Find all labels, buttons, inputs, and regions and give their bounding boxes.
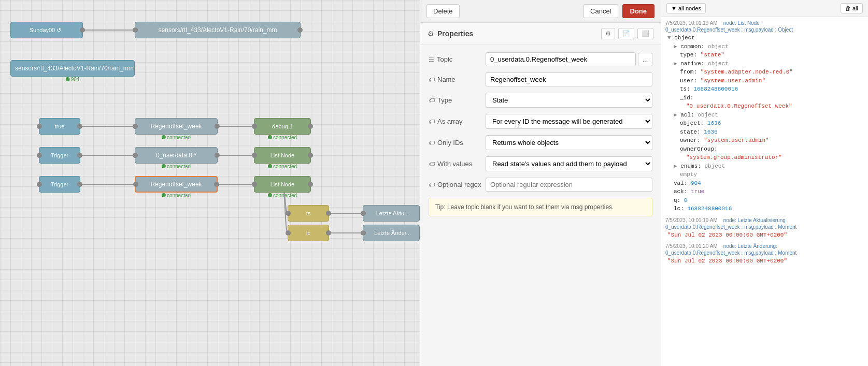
trash-icon: 🗑 (845, 5, 851, 11)
debug-toolbar: ▼ all nodes 🗑 all (661, 0, 868, 17)
port-right-n6 (308, 124, 313, 129)
port-right-n5 (215, 124, 220, 129)
port-right-n10 (77, 182, 82, 187)
name-row: 🏷 Name (429, 72, 652, 86)
as-array-label: 🏷 As array (429, 118, 486, 125)
name-icon: 🏷 (429, 76, 435, 83)
debug-panel: ▼ all nodes 🗑 all 7/5/2023, 10:01:19 AM … (661, 0, 868, 366)
flow-node-n12[interactable]: List Node (254, 176, 311, 193)
debug-content: 7/5/2023, 10:01:19 AM node: List Node 0_… (661, 17, 868, 366)
port-right-n4 (77, 124, 82, 129)
port-left-n12 (252, 182, 257, 187)
debug-entry-2-path: 0_userdata.0.Regenoffset_week : msg.payl… (665, 224, 864, 230)
optional-regex-icon: 🏷 (429, 181, 435, 188)
with-values-select[interactable]: Read state's values and add them to payl… (486, 156, 652, 171)
flow-node-n16[interactable]: Letzte Änder... (363, 225, 420, 241)
node-label-n15: lc (291, 230, 326, 236)
debug-entry-2-meta: 7/5/2023, 10:01:19 AM node: Letzte Aktua… (665, 217, 864, 223)
node-label-n8: 0_userdata.0.* (138, 152, 215, 159)
name-input-wrap (486, 72, 652, 86)
port-left-n6 (252, 124, 257, 129)
flow-canvas[interactable]: Sunday00 ↺sensors/rtl_433/AlectoV1-Rain/… (0, 0, 420, 366)
debug-entry-1-meta: 7/5/2023, 10:01:19 AM node: List Node (665, 20, 864, 26)
debug-entry-1-path: 0_userdata.0.Regenoffset_week : msg.payl… (665, 27, 864, 33)
debug-tree-2: "Sun Jul 02 2023 00:00:00 GMT+0200" (665, 231, 864, 240)
port-right-n15 (326, 230, 331, 236)
type-select[interactable]: State Channel Device (486, 93, 652, 108)
node-label-n2: sensors/rtl_433/AlectoV1-Rain/70/rain_mm (138, 26, 297, 34)
gear-icon: ⚙ (428, 30, 434, 38)
port-right-n8 (215, 153, 220, 158)
panel-title: Properties (437, 30, 598, 38)
panel-copy-icon[interactable]: 📄 (618, 28, 634, 39)
panel-export-icon[interactable]: ⚙ (601, 28, 615, 39)
flow-node-n1[interactable]: Sunday00 ↺ (10, 22, 83, 38)
port-left-n15 (286, 230, 291, 236)
only-ids-icon: 🏷 (429, 139, 435, 147)
delete-button[interactable]: Delete (426, 4, 460, 18)
panel-title-icons: ⚙ 📄 ⬜ (601, 28, 653, 39)
flow-node-n5[interactable]: Regenoffset_week (135, 118, 218, 135)
topic-input[interactable] (486, 52, 636, 66)
node-label-n4: true (42, 123, 77, 129)
as-array-icon: 🏷 (429, 118, 435, 125)
flow-node-n3[interactable]: sensors/rtl_433/AlectoV1-Rain/70/rain_mm (10, 60, 135, 77)
as-array-select[interactable]: For every ID the message will be generat… (486, 114, 652, 129)
port-left-n16 (361, 230, 366, 236)
topic-input-wrap: ... (486, 52, 652, 66)
flow-node-n10[interactable]: Trigger (39, 176, 80, 193)
node-label-n7: Trigger (42, 152, 77, 158)
panel-toolbar: Delete Cancel Done (420, 0, 661, 23)
connected-badge-n11: connected (162, 193, 191, 366)
with-values-label: 🏷 With values (429, 160, 486, 168)
flow-node-n6[interactable]: debug 1 (254, 118, 311, 135)
flow-node-n9[interactable]: List Node (254, 147, 311, 164)
flow-node-n8[interactable]: 0_userdata.0.* (135, 147, 218, 164)
port-left-n11 (133, 182, 138, 187)
done-button[interactable]: Done (622, 4, 655, 18)
panel-title-bar: ⚙ Properties ⚙ 📄 ⬜ (420, 23, 661, 45)
port-left-n2 (133, 27, 138, 33)
clear-all-button[interactable]: 🗑 all (841, 3, 863, 13)
node-label-n9: List Node (257, 152, 308, 158)
port-left-n14 (361, 211, 366, 216)
only-ids-select[interactable]: Returns whole objects Returns only IDs (486, 135, 652, 150)
debug-entry-2: 7/5/2023, 10:01:19 AM node: Letzte Aktua… (665, 217, 864, 240)
flow-node-n13[interactable]: ts (288, 205, 329, 222)
node-label-n5: Regenoffset_week (138, 123, 215, 130)
port-right-n13 (326, 211, 331, 216)
panel-view-icon[interactable]: ⬜ (637, 28, 653, 39)
node-label-n10: Trigger (42, 181, 77, 187)
filter-nodes-button[interactable]: ▼ all nodes (666, 3, 706, 13)
type-icon: 🏷 (429, 97, 435, 104)
flow-node-n11[interactable]: Regenoffset_week (135, 176, 218, 193)
tip-box: Tip: Leave topic blank if you want to se… (429, 198, 652, 216)
flow-node-n7[interactable]: Trigger (39, 147, 80, 164)
flow-node-n15[interactable]: lc (288, 225, 329, 241)
only-ids-label: 🏷 Only IDs (429, 139, 486, 147)
as-array-input-wrap: For every ID the message will be generat… (486, 114, 652, 129)
topic-icon: ☰ (429, 56, 434, 63)
flow-node-n4[interactable]: true (39, 118, 80, 135)
name-input[interactable] (486, 72, 652, 86)
debug-entry-3-meta: 7/5/2023, 10:01:20 AM node: Letzte Änder… (665, 243, 864, 249)
node-label-n16: Letzte Änder... (366, 230, 419, 236)
flow-node-n2[interactable]: sensors/rtl_433/AlectoV1-Rain/70/rain_mm (135, 22, 301, 38)
with-values-input-wrap: Read state's values and add them to payl… (486, 156, 652, 171)
debug-entry-3-path: 0_userdata.0.Regenoffset_week : msg.payl… (665, 250, 864, 256)
flow-node-n14[interactable]: Letzte Aktu... (363, 205, 420, 222)
port-right-n9 (308, 153, 313, 158)
node-label-n12: List Node (257, 181, 308, 187)
port-right-n12 (308, 182, 313, 187)
only-ids-input-wrap: Returns whole objects Returns only IDs (486, 135, 652, 150)
port-left-n8 (133, 153, 138, 158)
port-left-n7 (37, 153, 42, 158)
optional-regex-input[interactable] (486, 178, 652, 192)
topic-dots-button[interactable]: ... (638, 53, 652, 66)
node-label-n13: ts (291, 210, 326, 216)
cancel-button[interactable]: Cancel (584, 4, 618, 18)
topic-row: ☰ Topic ... (429, 52, 652, 66)
as-array-row: 🏷 As array For every ID the message will… (429, 114, 652, 129)
port-right-n1 (80, 27, 85, 33)
properties-panel: Delete Cancel Done ⚙ Properties ⚙ 📄 ⬜ ☰ … (420, 0, 661, 366)
